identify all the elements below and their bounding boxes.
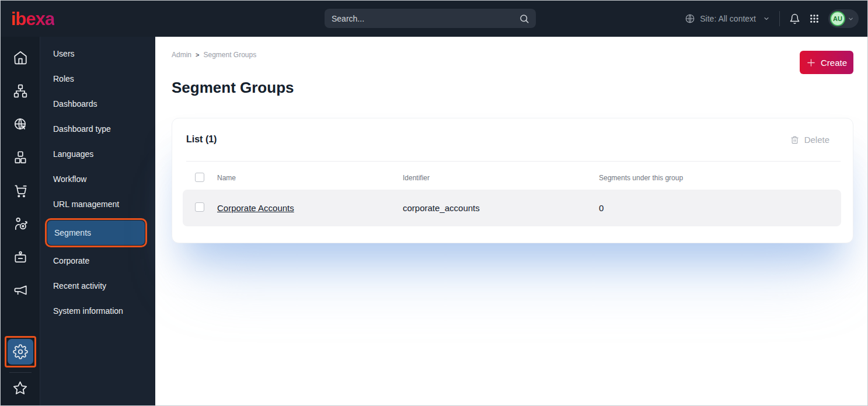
row-checkbox[interactable] bbox=[195, 202, 204, 212]
personalization-target-icon[interactable] bbox=[1, 207, 40, 240]
annotation-highlight-settings bbox=[5, 336, 36, 368]
breadcrumb: Admin > Segment Groups bbox=[172, 51, 867, 59]
menu-item-corporate[interactable]: Corporate bbox=[40, 249, 155, 274]
create-button-label: Create bbox=[821, 58, 847, 68]
delete-button-label: Delete bbox=[804, 135, 829, 145]
menu-item-url-management[interactable]: URL management bbox=[40, 192, 155, 217]
site-context-switcher[interactable]: Site: All context bbox=[685, 13, 770, 24]
create-button[interactable]: Create bbox=[800, 51, 853, 74]
side-menu: UsersRolesDashboardsDashboard typeLangua… bbox=[40, 37, 155, 405]
breadcrumb-separator: > bbox=[196, 51, 199, 58]
select-all-checkbox[interactable] bbox=[195, 173, 204, 182]
rail-divider bbox=[9, 372, 32, 373]
search-icon[interactable] bbox=[519, 13, 529, 24]
icon-rail bbox=[1, 37, 40, 405]
menu-item-users[interactable]: Users bbox=[40, 41, 155, 66]
annotation-highlight-segments: Segments bbox=[45, 218, 147, 247]
site-globe-icon bbox=[685, 13, 695, 24]
ibexa-admin-screen: { "topbar": { "logo_text": "ibexa", "sea… bbox=[0, 0, 868, 406]
page-title: Segment Groups bbox=[172, 79, 867, 97]
table-row: Corporate Accounts corporate_accounts 0 bbox=[183, 190, 841, 226]
menu-item-dashboards[interactable]: Dashboards bbox=[40, 92, 155, 117]
trash-icon bbox=[790, 135, 799, 145]
plus-icon bbox=[806, 58, 816, 68]
menu-item-dashboard-type[interactable]: Dashboard type bbox=[40, 117, 155, 142]
user-menu[interactable]: AU bbox=[828, 9, 859, 28]
favorites-star-icon[interactable] bbox=[1, 374, 40, 402]
site-globe-icon[interactable] bbox=[1, 107, 40, 141]
main-content: Admin > Segment Groups Segment Groups Cr… bbox=[155, 37, 867, 405]
menu-item-roles[interactable]: Roles bbox=[40, 66, 155, 92]
breadcrumb-admin[interactable]: Admin bbox=[172, 51, 191, 59]
column-header-identifier: Identifier bbox=[403, 174, 599, 182]
column-header-name: Name bbox=[217, 174, 403, 182]
segment-group-segments-count: 0 bbox=[599, 203, 841, 213]
sitemap-icon[interactable] bbox=[1, 74, 40, 107]
settings-gear-icon[interactable] bbox=[8, 339, 33, 365]
topbar-right-cluster: Site: All context AU bbox=[685, 1, 859, 37]
menu-item-workflow[interactable]: Workflow bbox=[40, 167, 155, 192]
chevron-down-icon bbox=[848, 16, 854, 22]
chevron-down-icon bbox=[763, 15, 770, 22]
products-boxes-icon[interactable] bbox=[1, 141, 40, 174]
marketing-megaphone-icon[interactable] bbox=[1, 274, 40, 307]
delete-button[interactable]: Delete bbox=[790, 135, 829, 145]
app-grid-icon[interactable] bbox=[809, 13, 820, 24]
card-divider bbox=[186, 161, 841, 162]
avatar: AU bbox=[830, 11, 845, 26]
search-input[interactable] bbox=[325, 14, 519, 23]
site-context-label: Site: All context bbox=[700, 14, 756, 23]
global-search bbox=[325, 9, 536, 28]
topbar-divider bbox=[779, 11, 780, 26]
segment-group-identifier: corporate_accounts bbox=[403, 203, 599, 213]
segment-groups-list-card: List (1) Delete Name Identifier Segments… bbox=[172, 118, 853, 243]
shopping-cart-icon[interactable] bbox=[1, 174, 40, 207]
list-card-title: List (1) bbox=[186, 134, 217, 145]
menu-item-segments[interactable]: Segments bbox=[47, 220, 145, 245]
topbar: ibexa Site: All context AU bbox=[1, 1, 867, 37]
segment-group-name-link[interactable]: Corporate Accounts bbox=[217, 203, 294, 213]
customer-badge-icon[interactable] bbox=[1, 240, 40, 274]
menu-item-languages[interactable]: Languages bbox=[40, 142, 155, 167]
breadcrumb-current: Segment Groups bbox=[203, 51, 256, 59]
menu-item-recent-activity[interactable]: Recent activity bbox=[40, 274, 155, 299]
column-header-segments-count: Segments under this group bbox=[599, 174, 841, 182]
menu-item-system-information[interactable]: System information bbox=[40, 299, 155, 324]
home-icon[interactable] bbox=[1, 41, 40, 74]
notifications-bell-icon[interactable] bbox=[789, 13, 800, 24]
table-header-row: Name Identifier Segments under this grou… bbox=[183, 169, 841, 187]
ibexa-logo[interactable]: ibexa bbox=[11, 10, 54, 28]
